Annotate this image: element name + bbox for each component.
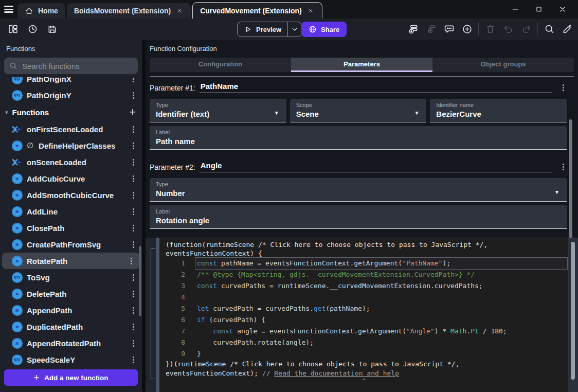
- edit-scene-icon[interactable]: [561, 22, 574, 35]
- code-line-7[interactable]: 7 const angle = eventsFunctionContext.ge…: [159, 326, 568, 337]
- item-menu-icon[interactable]: [130, 340, 137, 347]
- action-function-icon: »: [11, 288, 23, 299]
- parameter-name-input[interactable]: Angle: [200, 161, 552, 172]
- parameters-scrollbar[interactable]: [569, 119, 572, 243]
- tab-boidsmovement-extension-[interactable]: BoidsMovement (Extension): [67, 3, 191, 19]
- sidebar-item-duplicatedpath[interactable]: »DuplicatedPath: [0, 318, 142, 335]
- editor-scrollbar[interactable]: [571, 242, 575, 380]
- documentation-link[interactable]: Read the documentation and help: [274, 369, 399, 377]
- sidebar-item-rotatepath[interactable]: »RotatePath: [2, 253, 140, 269]
- search-icon[interactable]: [543, 22, 556, 35]
- tab-configuration[interactable]: Configuration: [150, 58, 291, 72]
- code-line-5[interactable]: 5let curvedPath = curvedPaths.get(pathNa…: [159, 303, 568, 314]
- sidebar-scrollbar[interactable]: [139, 246, 141, 316]
- item-menu-icon[interactable]: [559, 84, 567, 91]
- expression-function-icon: f(x): [11, 77, 23, 84]
- tab-home[interactable]: Home: [17, 3, 65, 19]
- code-line-8[interactable]: 8 curvedPath.rotate(angle);: [159, 337, 568, 348]
- sidebar-item-deletepath[interactable]: »DeletePath: [0, 286, 142, 302]
- identifier-name-field[interactable]: Identifier nameBezierCurve: [430, 99, 567, 122]
- code-wrapper-line[interactable]: eventsFunctionContext) {: [159, 250, 568, 258]
- sidebar-item-tosvg[interactable]: f(x)ToSvg: [0, 269, 142, 286]
- share-button[interactable]: Share: [301, 22, 347, 37]
- sidebar-item-onfirstsceneloaded[interactable]: onFirstSceneLoaded: [0, 121, 142, 137]
- sidebar-item-closepath[interactable]: »ClosePath: [0, 220, 142, 236]
- add-circle-icon[interactable]: [460, 22, 474, 35]
- sidebar-item-definehelperclasses[interactable]: »∅DefineHelperClasses: [0, 137, 142, 154]
- save-icon[interactable]: [45, 22, 59, 35]
- item-menu-icon[interactable]: [128, 257, 135, 264]
- item-menu-icon[interactable]: [130, 92, 137, 99]
- sidebar-item-appendrotatedpath[interactable]: »AppendRotatedPath: [0, 335, 142, 351]
- collapse-code-caret[interactable]: ^: [159, 378, 568, 385]
- sidebar-item-pathoriginy[interactable]: f(x)PathOriginY: [0, 87, 142, 103]
- sidebar-item-addline[interactable]: »AddLine: [0, 203, 142, 220]
- code-line-2[interactable]: 2/** @type {Map<string, gdjs.__curvedMov…: [159, 269, 568, 280]
- item-menu-icon[interactable]: [130, 241, 137, 248]
- code-wrapper-line[interactable]: (function(runtimeScene /* Click here to …: [159, 241, 568, 250]
- preview-button[interactable]: Preview: [237, 22, 302, 37]
- preview-dropdown-button[interactable]: [288, 25, 301, 33]
- line-number: 4: [159, 292, 185, 303]
- minimize-window-icon[interactable]: [511, 5, 519, 13]
- history-icon[interactable]: [26, 22, 39, 35]
- type-field[interactable]: TypeIdentifier (text)▼: [150, 99, 286, 122]
- item-menu-icon[interactable]: [130, 126, 137, 133]
- sidebar-item-pathoriginx[interactable]: f(x)PathOriginX: [0, 77, 142, 87]
- code-line-3[interactable]: 3const curvedPaths = runtimeScene.__curv…: [159, 280, 568, 292]
- maximize-window-icon[interactable]: [535, 5, 543, 13]
- parameter-name-input[interactable]: PathName: [200, 82, 552, 93]
- code-line-4[interactable]: 4: [159, 292, 568, 303]
- item-menu-icon[interactable]: [130, 224, 137, 231]
- functions-sidebar: Functions Search functions f(x)PathOrigi…: [0, 40, 142, 392]
- tab-parameters[interactable]: Parameters: [291, 58, 432, 72]
- item-menu-icon[interactable]: [130, 142, 137, 149]
- item-menu-icon[interactable]: [130, 208, 137, 215]
- close-tab-icon[interactable]: [306, 7, 315, 15]
- item-menu-icon[interactable]: [130, 175, 137, 182]
- add-comment-icon[interactable]: [442, 22, 456, 35]
- item-menu-icon[interactable]: [130, 274, 137, 281]
- code-wrapper-footer[interactable]: })(runtimeScene /* Click here to choose …: [159, 360, 568, 369]
- action-function-icon: »: [11, 189, 23, 201]
- item-menu-icon[interactable]: [559, 163, 567, 170]
- label-field[interactable]: LabelRotation angle: [150, 205, 567, 229]
- add-event-icon[interactable]: [406, 22, 420, 35]
- sidebar-item-addcubiccurve[interactable]: »AddCubicCurve: [0, 170, 142, 187]
- line-content: curvedPath.rotate(angle);: [195, 337, 567, 348]
- sidebar-item-createpathfromsvg[interactable]: »CreatePathFromSvg: [0, 236, 142, 253]
- code-line-9[interactable]: 9}: [159, 348, 568, 360]
- function-name: AppendRotatedPath: [27, 339, 125, 348]
- hamburger-menu-icon[interactable]: [0, 2, 17, 17]
- close-tab-icon[interactable]: [175, 7, 184, 15]
- project-manager-icon[interactable]: [6, 22, 20, 35]
- item-menu-icon[interactable]: [130, 323, 137, 330]
- item-menu-icon[interactable]: [130, 158, 137, 166]
- add-new-function-button[interactable]: + Add a new function: [4, 369, 138, 386]
- collapse-triangle-icon[interactable]: ▾: [5, 109, 8, 116]
- sidebar-item-appendpath[interactable]: »AppendPath: [0, 302, 142, 318]
- plus-icon: +: [33, 372, 39, 383]
- line-number: 7: [159, 326, 185, 337]
- code-line-6[interactable]: 6if (curvedPath) {: [159, 314, 568, 326]
- type-field[interactable]: TypeNumber▼: [150, 178, 567, 202]
- sidebar-item-speedscaley[interactable]: f(x)SpeedScaleY: [0, 351, 142, 366]
- code-editor[interactable]: (function(runtimeScene /* Click here to …: [159, 238, 568, 392]
- function-name: PathOriginY: [27, 91, 125, 100]
- item-menu-icon[interactable]: [130, 77, 137, 82]
- add-function-plus-icon[interactable]: +: [129, 106, 136, 118]
- item-menu-icon[interactable]: [130, 356, 137, 363]
- tab-curvedmovement-extension-[interactable]: CurvedMovement (Extension): [192, 2, 322, 19]
- sidebar-item-onsceneloaded[interactable]: onSceneLoaded: [0, 154, 142, 170]
- scope-field[interactable]: ScopeScene▼: [290, 99, 427, 122]
- label-field[interactable]: LabelPath name: [150, 126, 567, 150]
- item-menu-icon[interactable]: [130, 191, 137, 199]
- item-menu-icon[interactable]: [130, 290, 137, 297]
- item-menu-icon[interactable]: [130, 307, 137, 314]
- code-line-1[interactable]: 1const pathName = eventsFunctionContext.…: [159, 258, 568, 269]
- event-drag-handle[interactable]: [156, 238, 159, 392]
- tab-object-groups[interactable]: Object groups: [432, 58, 574, 72]
- search-functions-input[interactable]: Search functions: [4, 58, 138, 74]
- sidebar-item-addsmoothcubiccurve[interactable]: »AddSmoothCubicCurve: [0, 187, 142, 203]
- close-window-icon[interactable]: [558, 5, 567, 13]
